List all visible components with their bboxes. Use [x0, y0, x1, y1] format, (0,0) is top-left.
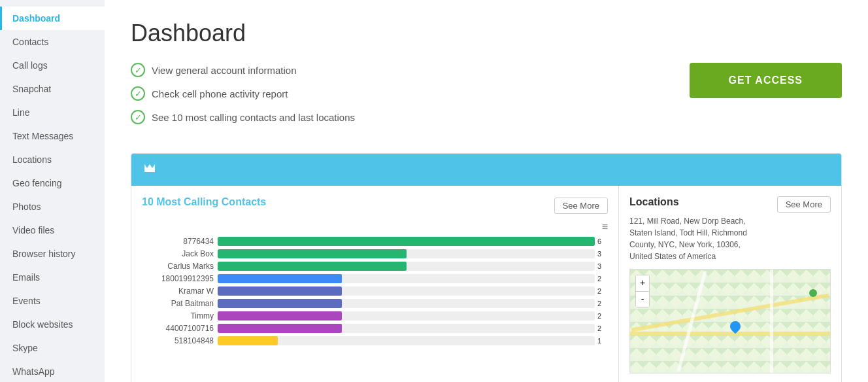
bar-track [218, 237, 595, 246]
bar-fill [218, 299, 342, 308]
location-dot-green [809, 289, 817, 297]
sidebar-item-skype[interactable]: Skype [0, 336, 105, 360]
bar-track [218, 336, 595, 345]
bar-fill [218, 311, 342, 321]
sidebar: Dashboard Contacts Call logs Snapchat Li… [0, 0, 105, 382]
page-title: Dashboard [131, 20, 842, 47]
bar-row: 1800199123952 [142, 274, 608, 283]
bar-track [218, 274, 595, 283]
sidebar-item-video-files[interactable]: Video files [0, 218, 105, 242]
sidebar-item-emails[interactable]: Emails [0, 266, 105, 289]
map-zoom-controls: + - [635, 275, 650, 307]
bar-fill [218, 274, 342, 283]
map-container: + - [629, 269, 831, 373]
bar-fill [218, 237, 595, 246]
sidebar-item-dashboard[interactable]: Dashboard [0, 7, 105, 30]
bar-label: Kramar W [142, 286, 214, 296]
bar-track [218, 262, 595, 271]
bar-count: 2 [597, 287, 608, 295]
bar-fill [218, 286, 342, 296]
locations-see-more-button[interactable]: See More [777, 196, 831, 213]
bar-label: Carlus Marks [142, 262, 214, 271]
locations-address: 121, Mill Road, New Dorp Beach,Staten Is… [629, 215, 831, 262]
sidebar-item-line[interactable]: Line [0, 101, 105, 124]
panel-header [131, 154, 841, 186]
sidebar-item-contacts[interactable]: Contacts [0, 30, 105, 54]
check-icon-1: ✓ [131, 63, 145, 77]
feature-item-3: ✓ See 10 most calling contacts and last … [131, 110, 355, 124]
bar-count: 3 [597, 262, 608, 270]
panel-body: 10 Most Calling Contacts See More ≡ 8776… [131, 186, 841, 382]
bar-count: 6 [597, 237, 608, 245]
sidebar-item-call-logs[interactable]: Call logs [0, 54, 105, 77]
get-access-button[interactable]: GET ACCESS [690, 63, 842, 98]
check-icon-3: ✓ [131, 110, 145, 124]
bar-label: Timmy [142, 311, 214, 321]
contacts-panel: 10 Most Calling Contacts See More ≡ 8776… [131, 186, 619, 382]
contacts-panel-title: 10 Most Calling Contacts [142, 196, 266, 208]
sidebar-item-browser-history[interactable]: Browser history [0, 242, 105, 266]
bar-count: 2 [597, 275, 608, 283]
bar-row: Jack Box3 [142, 249, 608, 258]
sidebar-item-text-messages[interactable]: Text Messages [0, 124, 105, 148]
check-icon-2: ✓ [131, 86, 145, 101]
bar-count: 2 [597, 324, 608, 332]
bar-row: 5181048481 [142, 336, 608, 345]
bar-track [218, 249, 595, 258]
locations-panel-title: Locations [629, 196, 679, 208]
bar-track [218, 311, 595, 321]
feature-item-1: ✓ View general account information [131, 63, 355, 77]
map-background: + - [630, 269, 830, 373]
zoom-in-button[interactable]: + [636, 275, 649, 292]
bar-label: 44007100716 [142, 324, 214, 333]
bar-track [218, 324, 595, 333]
locations-panel: Locations See More 121, Mill Road, New D… [619, 186, 841, 382]
bar-count: 2 [597, 312, 608, 320]
contacts-see-more-button[interactable]: See More [554, 198, 608, 214]
bars-container: 87764346Jack Box3Carlus Marks31800199123… [142, 237, 608, 345]
bar-row: Carlus Marks3 [142, 262, 608, 271]
bar-count: 3 [597, 250, 608, 258]
bar-row: Timmy2 [142, 311, 608, 321]
bar-track [218, 286, 595, 296]
bar-track [218, 299, 595, 308]
bar-fill [218, 336, 278, 345]
sidebar-item-whatsapp[interactable]: WhatsApp [0, 360, 105, 382]
bar-label: Pat Baitman [142, 299, 214, 308]
feature-list: ✓ View general account information ✓ Che… [131, 63, 355, 133]
bar-count: 2 [597, 300, 608, 307]
sidebar-item-geo-fencing[interactable]: Geo fencing [0, 171, 105, 195]
bar-label: 518104848 [142, 336, 214, 345]
sidebar-item-events[interactable]: Events [0, 289, 105, 313]
bar-label: 180019912395 [142, 274, 214, 283]
sidebar-item-block-websites[interactable]: Block websites [0, 313, 105, 336]
bar-fill [218, 262, 407, 271]
dashboard-panel: 10 Most Calling Contacts See More ≡ 8776… [131, 153, 842, 382]
meerkat-icon [142, 160, 158, 179]
sidebar-item-snapchat[interactable]: Snapchat [0, 77, 105, 101]
bar-fill [218, 249, 407, 258]
main-content: Dashboard ✓ View general account informa… [105, 0, 868, 382]
bar-row: 440071007162 [142, 324, 608, 333]
sidebar-item-locations[interactable]: Locations [0, 148, 105, 171]
bar-row: Pat Baitman2 [142, 299, 608, 308]
bar-label: 8776434 [142, 237, 214, 246]
bars-menu-icon[interactable]: ≡ [142, 221, 608, 233]
bar-row: 87764346 [142, 237, 608, 246]
bar-fill [218, 324, 342, 333]
bar-row: Kramar W2 [142, 286, 608, 296]
zoom-out-button[interactable]: - [636, 292, 649, 307]
bar-label: Jack Box [142, 249, 214, 258]
bar-count: 1 [597, 337, 608, 345]
sidebar-item-photos[interactable]: Photos [0, 195, 105, 218]
feature-item-2: ✓ Check cell phone activity report [131, 86, 355, 101]
